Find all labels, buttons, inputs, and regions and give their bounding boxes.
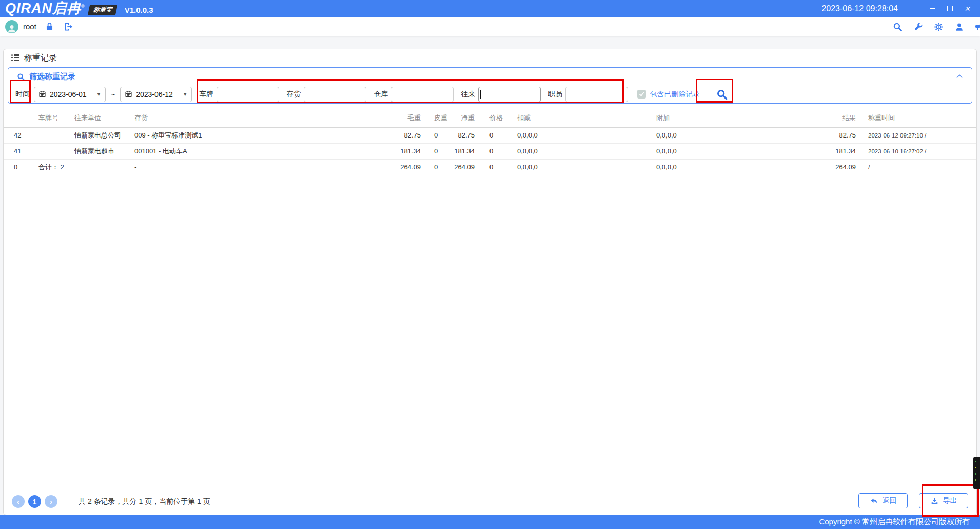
col-id xyxy=(4,109,38,127)
title-bar: QIRAN启冉 ® 称重宝 V1.0.0.3 2023-06-12 09:28:… xyxy=(0,0,980,17)
cell-price: 0 xyxy=(475,159,517,175)
download-icon xyxy=(930,497,939,505)
cell-goods: - xyxy=(134,159,380,175)
col-price: 价格 xyxy=(475,109,517,127)
clock: 2023-06-12 09:28:04 xyxy=(821,4,898,13)
col-result: 结果 xyxy=(791,109,856,127)
col-plate: 车牌号 xyxy=(38,109,74,127)
contact-input[interactable] xyxy=(478,87,541,102)
cell-result: 181.34 xyxy=(791,143,856,159)
wrench-icon[interactable] xyxy=(913,22,923,32)
cell-result: 264.09 xyxy=(791,159,856,175)
avatar[interactable] xyxy=(5,20,18,33)
cell-goods: 009 - 称重宝标准测试1 xyxy=(134,127,380,143)
filter-search-title-icon xyxy=(17,73,25,81)
col-deduct: 扣减 xyxy=(517,109,656,127)
filter-panel: 筛选称重记录 时间 2023-06-01 ▼ ~ 2023-06-12 ▼ 车牌 xyxy=(8,67,972,104)
date-from-value: 2023-06-01 xyxy=(50,90,93,99)
gear-icon[interactable] xyxy=(934,22,944,32)
cell-net: 82.75 xyxy=(452,127,475,143)
table-row[interactable]: 41 怡新家电超市 001001 - 电动车A 181.34 0 181.34 … xyxy=(4,143,976,159)
prev-page-button[interactable]: ‹ xyxy=(12,495,25,508)
chevron-up-icon[interactable] xyxy=(955,72,964,81)
cell-plate xyxy=(38,143,74,159)
edge-docked-widget[interactable] xyxy=(973,457,980,489)
staff-input[interactable] xyxy=(565,87,628,102)
cell-tare: 0 xyxy=(421,127,452,143)
logo-text: QIRAN启冉 xyxy=(5,0,81,17)
page-header: 称重记录 xyxy=(4,49,976,67)
footer-bar: Copyright © 常州启冉软件有限公司版权所有 xyxy=(0,515,980,529)
plate-input[interactable] xyxy=(217,87,279,102)
time-label: 时间 xyxy=(15,90,30,99)
product-badge: 称重宝 xyxy=(87,5,117,15)
cell-gross: 181.34 xyxy=(380,143,421,159)
cell-price: 0 xyxy=(475,143,517,159)
cell-net: 181.34 xyxy=(452,143,475,159)
cell-total: 合计： 2 xyxy=(38,159,74,175)
username-label: root xyxy=(23,22,36,31)
cell-deduct: 0,0,0,0 xyxy=(517,127,656,143)
back-arrow-icon xyxy=(870,497,878,505)
contact-label: 往来 xyxy=(461,90,475,99)
current-page-button[interactable]: 1 xyxy=(28,495,41,508)
cell-tare: 0 xyxy=(421,143,452,159)
close-button[interactable]: ✕ xyxy=(958,0,976,17)
next-page-button[interactable]: › xyxy=(45,495,57,508)
user-silhouette-icon xyxy=(7,23,17,33)
date-to-value: 2023-06-12 xyxy=(136,90,179,99)
cell-gross: 82.75 xyxy=(380,127,421,143)
include-deleted-label: 包含已删除记录 xyxy=(650,90,700,99)
minimize-icon xyxy=(930,8,935,9)
app-version: V1.0.0.3 xyxy=(125,6,153,14)
copyright-link[interactable]: Copyright © 常州启冉软件有限公司版权所有 xyxy=(819,517,970,527)
table-header-row: 车牌号 往来单位 存货 毛重 皮重 净重 价格 扣减 附加 结果 称重时间 xyxy=(4,109,976,127)
staff-label: 职员 xyxy=(548,90,562,99)
close-icon: ✕ xyxy=(964,5,970,12)
pagination: ‹ 1 › 共 2 条记录，共分 1 页，当前位于第 1 页 xyxy=(12,495,210,508)
megaphone-icon[interactable] xyxy=(974,22,980,32)
lock-icon[interactable] xyxy=(45,22,54,31)
cell-id: 41 xyxy=(4,143,38,159)
cell-result: 82.75 xyxy=(791,127,856,143)
table-row[interactable]: 42 怡新家电总公司 009 - 称重宝标准测试1 82.75 0 82.75 … xyxy=(4,127,976,143)
cell-plate xyxy=(38,127,74,143)
date-to-picker[interactable]: 2023-06-12 ▼ xyxy=(120,87,192,102)
back-button[interactable]: 返回 xyxy=(858,493,908,508)
filter-title: 筛选称重记录 xyxy=(29,72,75,82)
range-separator: ~ xyxy=(111,90,115,99)
cell-unit xyxy=(74,159,134,175)
search-icon[interactable] xyxy=(893,22,903,32)
col-gross: 毛重 xyxy=(380,109,421,127)
logout-icon[interactable] xyxy=(64,22,74,32)
cell-goods: 001001 - 电动车A xyxy=(134,143,380,159)
maximize-button[interactable] xyxy=(941,0,958,17)
goods-input[interactable] xyxy=(304,87,366,102)
cell-net: 264.09 xyxy=(452,159,475,175)
chevron-down-icon: ▼ xyxy=(183,92,187,97)
minimize-button[interactable] xyxy=(924,0,941,17)
back-button-label: 返回 xyxy=(883,496,897,505)
app-logo: QIRAN启冉 ® 称重宝 V1.0.0.3 xyxy=(5,0,153,17)
include-deleted-checkbox[interactable] xyxy=(637,90,646,99)
cell-extra: 0,0,0,0 xyxy=(656,127,791,143)
toolbar: root xyxy=(0,17,980,36)
cell-unit: 怡新家电超市 xyxy=(74,143,134,159)
col-extra: 附加 xyxy=(656,109,791,127)
col-goods: 存货 xyxy=(134,109,380,127)
cell-deduct: 0,0,0,0 xyxy=(517,159,656,175)
cell-weigh-time: 2023-06-12 09:27:10 / xyxy=(856,127,976,143)
col-weigh-time: 称重时间 xyxy=(856,109,976,127)
user-icon[interactable] xyxy=(954,22,964,32)
cell-extra: 0,0,0,0 xyxy=(656,143,791,159)
export-button[interactable]: 导出 xyxy=(919,493,968,508)
date-from-picker[interactable]: 2023-06-01 ▼ xyxy=(34,87,106,102)
filter-search-button[interactable] xyxy=(716,89,728,100)
cell-id: 0 xyxy=(4,159,38,175)
warehouse-input[interactable] xyxy=(391,87,454,102)
pagination-summary: 共 2 条记录，共分 1 页，当前位于第 1 页 xyxy=(79,497,210,506)
content-panel: 称重记录 筛选称重记录 时间 2023-06-01 ▼ ~ 2023-06-12… xyxy=(3,49,977,515)
cell-tare: 0 xyxy=(421,159,452,175)
col-tare: 皮重 xyxy=(421,109,452,127)
page-title: 称重记录 xyxy=(24,53,57,64)
